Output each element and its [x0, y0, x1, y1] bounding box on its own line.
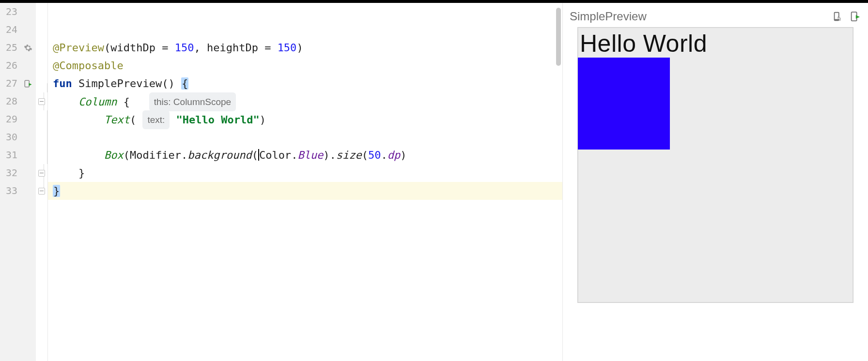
brace-highlight: } — [53, 185, 60, 197]
brace-highlight: { — [181, 77, 188, 90]
preview-pane: SimplePreview Hello World — [563, 3, 868, 361]
gutter-icon-column — [20, 3, 36, 361]
preview-interactive-button[interactable] — [831, 10, 844, 23]
code-line[interactable] — [48, 21, 562, 39]
editor-scrollbar[interactable] — [556, 6, 561, 358]
run-preview-icon — [24, 79, 32, 88]
code-area[interactable]: @Preview(widthDp = 150, heightDp = 150) … — [48, 3, 562, 361]
preview-header: SimplePreview — [563, 3, 868, 27]
gear-icon — [24, 44, 32, 52]
code-line[interactable]: Text( text: "Hello World") — [48, 110, 562, 128]
annotation: @Composable — [53, 60, 124, 72]
line-number[interactable]: 24 — [0, 21, 20, 39]
fold-toggle-icon[interactable] — [38, 98, 45, 105]
fold-toggle-icon[interactable] — [38, 188, 45, 195]
code-line[interactable] — [48, 128, 562, 146]
gutter-run-icon[interactable] — [24, 75, 32, 92]
preview-text-hello: Hello World — [578, 28, 853, 58]
deploy-device-icon — [850, 11, 860, 22]
line-number[interactable]: 31 — [0, 146, 20, 164]
tap-icon — [832, 11, 843, 22]
line-number-column: 23 24 25 26 27 28 29 30 31 32 33 — [0, 3, 20, 361]
preview-canvas[interactable]: Hello World — [577, 27, 853, 303]
code-line[interactable]: @Composable — [48, 57, 562, 75]
editor-gutter: 23 24 25 26 27 28 29 30 31 32 33 — [0, 3, 48, 361]
svg-rect-0 — [25, 80, 29, 87]
fold-guide — [47, 146, 47, 164]
code-line[interactable]: Column { this: ColumnScope — [48, 92, 562, 110]
fold-guide — [47, 110, 47, 128]
inlay-hint: this: ColumnScope — [149, 92, 236, 111]
preview-title: SimplePreview — [570, 10, 826, 23]
scrollbar-thumb[interactable] — [556, 8, 561, 66]
fold-guide — [47, 128, 47, 146]
code-line[interactable]: } — [48, 164, 562, 182]
code-line[interactable]: @Preview(widthDp = 150, heightDp = 150) — [48, 39, 562, 57]
svg-marker-5 — [856, 15, 860, 18]
annotation: @Preview — [53, 42, 104, 54]
fold-toggle-icon[interactable] — [38, 170, 45, 177]
line-number[interactable]: 26 — [0, 57, 20, 75]
svg-rect-3 — [835, 13, 838, 19]
editor-pane: 23 24 25 26 27 28 29 30 31 32 33 — [0, 3, 563, 361]
line-number[interactable]: 29 — [0, 110, 20, 128]
line-number[interactable]: 27 — [0, 75, 20, 92]
code-line[interactable] — [48, 3, 562, 21]
preview-blue-box — [578, 58, 670, 150]
code-line-current[interactable]: } — [48, 182, 562, 200]
line-number[interactable]: 23 — [0, 3, 20, 21]
preview-deploy-button[interactable] — [849, 10, 861, 23]
code-line[interactable]: fun SimplePreview() { — [48, 75, 562, 92]
line-number[interactable]: 33 — [0, 182, 20, 200]
gutter-settings-icon[interactable] — [24, 39, 32, 57]
fold-column — [36, 3, 47, 361]
svg-marker-1 — [29, 83, 32, 86]
line-number[interactable]: 28 — [0, 92, 20, 110]
line-number[interactable]: 25 — [0, 39, 20, 57]
fold-guide — [47, 83, 47, 92]
line-number[interactable]: 30 — [0, 128, 20, 146]
line-number[interactable]: 32 — [0, 164, 20, 182]
inlay-hint: text: — [142, 110, 170, 129]
code-line[interactable]: Box(Modifier.background(Color.Blue).size… — [48, 146, 562, 164]
main-split: 23 24 25 26 27 28 29 30 31 32 33 — [0, 3, 868, 361]
